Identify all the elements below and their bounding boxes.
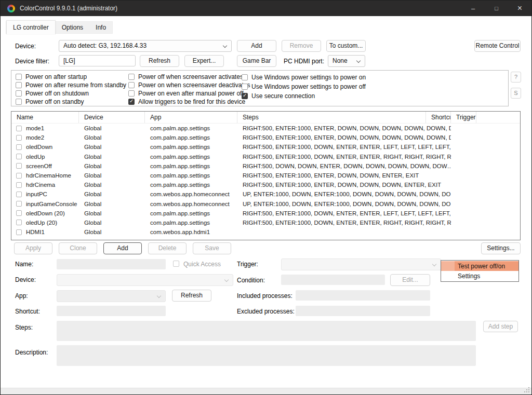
power-option: Power on after startup xyxy=(16,73,128,80)
game-bar-button[interactable]: Game Bar xyxy=(237,55,276,67)
included-processes-input[interactable] xyxy=(296,290,430,301)
add-step-button[interactable]: Add step xyxy=(483,321,518,332)
table-row[interactable]: oledUp (20)Globalcom.palm.app.settingsRI… xyxy=(11,218,520,227)
cell-steps: RIGHT:500, DOWN, DOWN, ENTER, DOWN, DOWN… xyxy=(237,163,451,169)
row-checkbox[interactable] xyxy=(16,201,22,207)
minimize-button[interactable]: – xyxy=(461,1,485,16)
save-preset-button[interactable]: Save xyxy=(193,242,231,254)
to-custom-button[interactable]: To custom... xyxy=(326,40,366,52)
checkbox-checked[interactable] xyxy=(128,99,135,105)
excluded-processes-input[interactable] xyxy=(296,306,430,316)
shortcut-input[interactable] xyxy=(57,306,166,316)
cell-name: oledDown xyxy=(11,144,79,150)
table-row[interactable]: inputGameConsoleGlobalcom.webos.app.home… xyxy=(11,199,520,209)
header-steps[interactable]: Steps xyxy=(237,112,426,123)
menu-item[interactable]: Settings xyxy=(441,271,518,281)
tab-options[interactable]: Options xyxy=(56,22,89,33)
apply-preset-button[interactable]: Apply xyxy=(14,242,52,254)
settings-button[interactable]: Settings... xyxy=(481,242,521,254)
power-option: Use Windows power settings to power off xyxy=(242,83,449,91)
table-row[interactable]: hdrCinemaHomeGlobalcom.palm.app.settings… xyxy=(11,171,520,180)
menu-item[interactable]: Test power off/on xyxy=(441,261,518,271)
table-row[interactable]: mode1Globalcom.palm.app.settingsRIGHT:50… xyxy=(11,124,520,133)
device-filter-input[interactable]: [LG] xyxy=(59,55,136,66)
checkbox-unchecked[interactable] xyxy=(16,99,22,105)
checkbox-unchecked[interactable] xyxy=(16,74,22,80)
checkbox-label: Use secure connection xyxy=(251,92,315,100)
cell-name: oledUp (20) xyxy=(11,220,79,226)
checkbox-unchecked[interactable] xyxy=(128,90,135,97)
checkbox-unchecked[interactable] xyxy=(128,82,135,88)
row-checkbox[interactable] xyxy=(16,182,22,188)
resize-grip-icon[interactable] xyxy=(528,391,529,392)
menu-item-label: Test power off/on xyxy=(455,263,505,270)
pc-hdmi-port-select[interactable]: None xyxy=(328,55,365,67)
condition-input[interactable] xyxy=(281,275,385,285)
tab-lg-controller[interactable]: LG controller xyxy=(6,20,56,34)
device-select[interactable]: Auto detect: G3, 192.168.4.33 xyxy=(59,40,232,52)
row-checkbox[interactable] xyxy=(16,210,22,216)
steps-textarea[interactable] xyxy=(57,321,476,341)
row-checkbox[interactable] xyxy=(16,163,22,169)
row-checkbox[interactable] xyxy=(16,126,22,131)
table-row[interactable]: oledDown (20)Globalcom.palm.app.settings… xyxy=(11,209,520,218)
row-checkbox[interactable] xyxy=(16,135,22,141)
shortcut-label: Shortcut: xyxy=(15,308,40,315)
s-button[interactable]: S xyxy=(511,88,521,99)
remove-device-button[interactable]: Remove xyxy=(282,40,321,52)
help-button[interactable]: ? xyxy=(511,72,521,83)
row-checkbox[interactable] xyxy=(16,144,22,150)
header-device[interactable]: Device xyxy=(79,112,145,123)
table-row[interactable]: hdrCinemaGlobalcom.palm.app.settingsRIGH… xyxy=(11,180,520,189)
power-option: Use secure connection xyxy=(242,92,449,100)
checkbox-label: Power off on standby xyxy=(25,98,84,105)
checkbox-unchecked[interactable] xyxy=(16,82,22,88)
table-row[interactable]: oledDownGlobalcom.palm.app.settingsRIGHT… xyxy=(11,142,520,152)
table-row[interactable]: mode2Globalcom.palm.app.settingsRIGHT:50… xyxy=(11,133,520,142)
row-checkbox[interactable] xyxy=(16,229,22,235)
checkbox-unchecked[interactable] xyxy=(16,90,22,97)
app-select[interactable] xyxy=(57,290,166,302)
table-header: Name Device App Steps Shortcut Trigger xyxy=(11,112,520,124)
refresh-devices-button[interactable]: Refresh xyxy=(140,55,179,67)
form-device-select[interactable] xyxy=(57,274,233,286)
header-shortcut[interactable]: Shortcut xyxy=(426,112,451,123)
cell-app: com.palm.app.settings xyxy=(145,182,237,188)
excluded-processes-label: Excluded processes: xyxy=(237,308,295,315)
expert-button[interactable]: Expert... xyxy=(184,55,224,67)
checkbox-unchecked[interactable] xyxy=(242,74,248,80)
checkbox-label: Power off when screensaver activates xyxy=(138,73,243,80)
header-trigger[interactable]: Trigger xyxy=(451,112,476,123)
cell-device: Global xyxy=(79,210,145,216)
checkbox-unchecked[interactable] xyxy=(128,74,135,80)
name-input[interactable] xyxy=(57,259,166,269)
row-checkbox[interactable] xyxy=(16,220,22,225)
row-checkbox[interactable] xyxy=(16,192,22,197)
maximize-button[interactable]: □ xyxy=(485,1,508,16)
header-name[interactable]: Name xyxy=(11,112,79,123)
checkbox-unchecked[interactable] xyxy=(242,84,248,90)
description-textarea[interactable] xyxy=(57,345,476,366)
add-device-button[interactable]: Add xyxy=(237,40,276,52)
trigger-select[interactable] xyxy=(281,258,441,270)
refresh-apps-button[interactable]: Refresh xyxy=(172,290,211,302)
cell-device: Global xyxy=(79,172,145,179)
row-checkbox[interactable] xyxy=(16,173,22,179)
chevron-down-icon xyxy=(223,44,227,48)
table-row[interactable]: oledUpGlobalcom.palm.app.settingsRIGHT:5… xyxy=(11,152,520,161)
close-button[interactable]: × xyxy=(508,1,531,16)
delete-preset-button[interactable]: Delete xyxy=(148,242,187,254)
quick-access-checkbox[interactable] xyxy=(173,261,179,267)
row-checkbox[interactable] xyxy=(16,154,22,159)
clone-preset-button[interactable]: Clone xyxy=(59,242,97,254)
remote-control-button[interactable]: Remote Control xyxy=(474,40,521,52)
table-row[interactable]: HDMI1Globalcom.webos.app.hdmi1 xyxy=(11,227,520,237)
tab-info[interactable]: Info xyxy=(89,22,112,33)
table-row[interactable]: screenOffGlobalcom.palm.app.settingsRIGH… xyxy=(11,161,520,171)
checkbox-checked[interactable] xyxy=(242,93,248,99)
table-row[interactable]: inputPCGlobalcom.webos.app.homeconnectUP… xyxy=(11,189,520,199)
add-preset-button[interactable]: Add xyxy=(103,242,142,254)
edit-condition-button[interactable]: Edit... xyxy=(390,274,430,286)
header-app[interactable]: App xyxy=(145,112,237,123)
power-option: Allow triggers to be fired for this devi… xyxy=(128,98,242,105)
